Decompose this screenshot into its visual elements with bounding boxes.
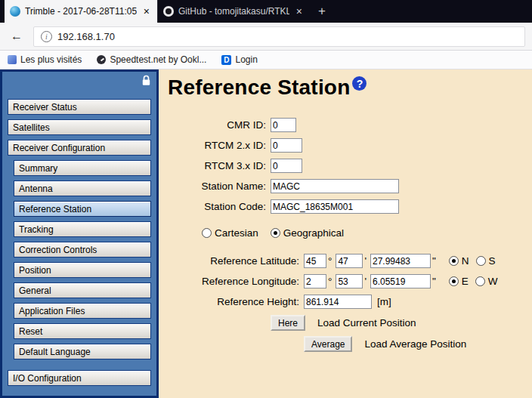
most-visited-icon [8, 55, 17, 64]
south-option[interactable]: S [476, 255, 496, 267]
coordinate-type-row: Cartesian Geographical [202, 227, 532, 239]
east-label[interactable]: E [462, 276, 469, 287]
sidebar-item-receiver-status[interactable]: Receiver Status [8, 99, 151, 115]
station-name-input[interactable] [271, 179, 399, 193]
minute-symbol: ' [364, 276, 367, 287]
north-label[interactable]: N [462, 255, 469, 267]
average-button[interactable]: Average [304, 336, 352, 352]
github-favicon [163, 6, 174, 17]
new-tab-button[interactable]: + [310, 0, 334, 23]
reference-latitude-label: Reference Latitude: [168, 255, 299, 267]
south-label[interactable]: S [489, 255, 496, 267]
sidebar-item-application-files[interactable]: Application Files [14, 303, 151, 319]
navigation-bar: ← i 192.168.1.70 [0, 23, 532, 51]
tab-trimble[interactable]: Trimble - 2017-06-28T11:05: × [5, 0, 157, 23]
cartesian-option[interactable]: Cartesian [202, 227, 258, 239]
degree-symbol: ° [328, 255, 332, 267]
north-option[interactable]: N [449, 255, 469, 267]
sidebar-item-summary[interactable]: Summary [14, 160, 151, 176]
page-title: Reference Station [168, 76, 350, 100]
bookmark-speedtest[interactable]: Speedtest.net by Ookl... [97, 54, 206, 65]
tab-trimble-title: Trimble - 2017-06-28T11:05: [25, 6, 137, 17]
station-code-row: Station Code: [168, 199, 532, 214]
rtcm2-id-label: RTCM 2.x ID: [168, 140, 266, 151]
sidebar-item-correction-controls[interactable]: Correction Controls [14, 242, 151, 258]
latitude-minutes-input[interactable] [336, 254, 363, 268]
reference-height-row: Reference Height: [m] [168, 295, 532, 309]
geographical-option[interactable]: Geographical [271, 227, 344, 239]
tab-github-title: GitHub - tomojitakasu/RTKL [178, 6, 289, 17]
south-radio[interactable] [476, 256, 486, 266]
tab-bar: Trimble - 2017-06-28T11:05: × GitHub - t… [0, 0, 532, 23]
main-panel: Reference Station ? CMR ID: RTCM 2.x ID:… [159, 69, 532, 398]
reference-latitude-row: Reference Latitude: ° ' " N S [168, 254, 532, 268]
reference-height-input[interactable] [304, 295, 372, 309]
load-current-position-label: Load Current Position [317, 317, 416, 329]
second-symbol: " [432, 276, 436, 287]
east-option[interactable]: E [449, 276, 469, 287]
longitude-hemisphere-group: E W [449, 276, 498, 287]
speedtest-gauge-icon [97, 55, 106, 64]
sidebar-item-tracking[interactable]: Tracking [14, 221, 151, 237]
load-current-position-row: Here Load Current Position [168, 315, 532, 331]
load-average-position-label: Load Average Position [364, 338, 466, 350]
back-button[interactable]: ← [7, 26, 26, 46]
geographical-radio[interactable] [271, 228, 280, 238]
latitude-seconds-input[interactable] [370, 254, 431, 268]
sidebar-menu: Receiver Status Satellites Receiver Conf… [0, 69, 159, 398]
cmr-id-row: CMR ID: [168, 118, 532, 132]
trimble-favicon [10, 6, 20, 17]
east-radio[interactable] [449, 276, 459, 286]
cartesian-label[interactable]: Cartesian [215, 227, 258, 239]
rtcm3-id-input[interactable] [271, 159, 302, 173]
height-unit-label: [m] [377, 296, 391, 307]
cmr-id-label: CMR ID: [168, 119, 266, 131]
longitude-minutes-input[interactable] [336, 274, 363, 288]
degree-symbol: ° [328, 276, 332, 287]
sidebar-item-antenna[interactable]: Antenna [14, 180, 151, 196]
sidebar-item-position[interactable]: Position [14, 262, 151, 278]
here-button[interactable]: Here [271, 315, 305, 331]
sidebar-item-receiver-configuration[interactable]: Receiver Configuration [8, 140, 151, 156]
sidebar-item-default-language[interactable]: Default Language [14, 344, 151, 359]
browser-window: Trimble - 2017-06-28T11:05: × GitHub - t… [0, 0, 532, 398]
latitude-degrees-input[interactable] [304, 254, 326, 268]
rtcm2-id-row: RTCM 2.x ID: [168, 138, 532, 153]
url-text: 192.168.1.70 [57, 31, 115, 42]
latitude-hemisphere-group: N S [449, 255, 496, 267]
bookmark-label: Les plus visités [20, 54, 82, 65]
station-name-label: Station Name: [168, 180, 266, 192]
sidebar-item-io-configuration[interactable]: I/O Configuration [8, 370, 151, 386]
bookmark-label: Login [235, 54, 257, 65]
lock-icon [141, 75, 151, 86]
sidebar-item-reference-station[interactable]: Reference Station [14, 201, 151, 217]
rtcm3-id-row: RTCM 3.x ID: [168, 159, 532, 173]
tab-close-icon[interactable]: × [294, 5, 305, 17]
site-info-icon[interactable]: i [41, 31, 52, 42]
longitude-seconds-input[interactable] [370, 274, 431, 288]
reference-longitude-row: Reference Longitude: ° ' " E W [168, 274, 532, 288]
cmr-id-input[interactable] [271, 118, 296, 132]
dailymotion-icon: D [221, 55, 231, 65]
load-average-position-row: Average Load Average Position [168, 336, 532, 352]
tab-github[interactable]: GitHub - tomojitakasu/RTKL × [157, 0, 310, 23]
tab-close-icon[interactable]: × [141, 5, 152, 17]
rtcm2-id-input[interactable] [271, 138, 302, 153]
geographical-label[interactable]: Geographical [283, 227, 344, 239]
sidebar-item-satellites[interactable]: Satellites [8, 119, 151, 135]
longitude-degrees-input[interactable] [304, 274, 326, 288]
north-radio[interactable] [449, 256, 459, 266]
address-bar[interactable]: i 192.168.1.70 [33, 26, 525, 47]
west-option[interactable]: W [475, 276, 498, 287]
bookmark-most-visited[interactable]: Les plus visités [8, 54, 82, 65]
west-label[interactable]: W [488, 276, 498, 287]
sidebar-item-reset[interactable]: Reset [14, 323, 151, 339]
west-radio[interactable] [475, 276, 485, 286]
cartesian-radio[interactable] [202, 228, 212, 238]
station-code-input[interactable] [271, 199, 399, 214]
reference-height-label: Reference Height: [168, 296, 299, 307]
help-icon[interactable]: ? [352, 76, 367, 91]
sidebar-item-general[interactable]: General [14, 282, 151, 298]
bookmark-login[interactable]: D Login [221, 54, 257, 65]
page-content: Receiver Status Satellites Receiver Conf… [0, 69, 532, 398]
